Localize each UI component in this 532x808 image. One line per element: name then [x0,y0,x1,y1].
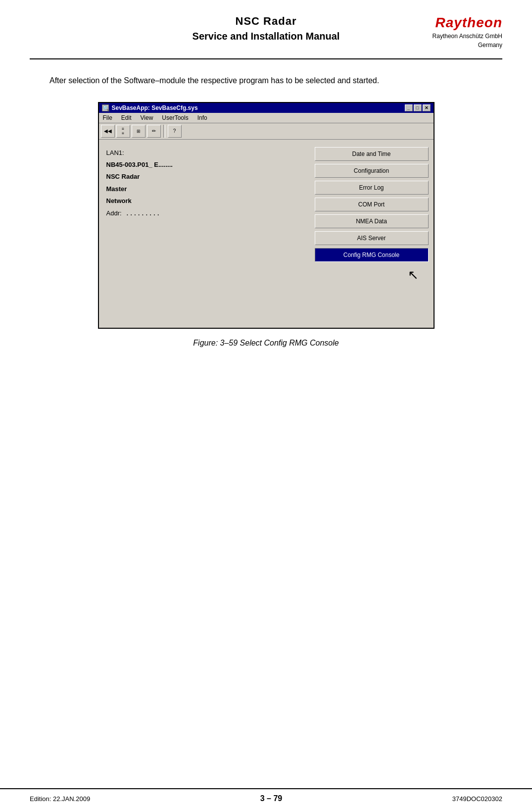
addr-line: Addr: ......... [106,207,307,219]
window-title: SevBaseApp: SevBaseCfg.sys [112,104,198,111]
ais-server-button[interactable]: AIS Server [315,231,429,245]
menu-edit[interactable]: Edit [119,114,134,122]
nsc-line: NSC Radar [106,171,307,183]
country-name: Germany [413,42,502,49]
company-name: Raytheon Anschütz GmbH [413,33,502,40]
toolbar-grid-button[interactable]: ⊞ [132,125,145,138]
master-line: Master [106,183,307,195]
network-line: Network [106,195,307,207]
page-header: NSC Radar Service and Installation Manua… [0,0,532,53]
left-panel: LAN1: NB45-003.P01_ E........ NSC Radar … [104,145,310,323]
toolbar-pencil-button[interactable]: ✏ [147,125,161,138]
nmea-data-button[interactable]: NMEA Data [315,214,429,228]
footer-page: 3 – 79 [260,794,282,803]
sub-title: Service and Installation Manual [119,31,413,42]
menu-bar: File Edit View UserTools Info [99,113,434,123]
toolbar: ◀◀ ≡≡ ⊞ ✏ ? [99,123,434,140]
menu-info[interactable]: Info [195,114,209,122]
title-bar: 🔍 SevBaseApp: SevBaseCfg.sys _ □ ✕ [99,103,434,113]
main-content: After selection of the Software–module t… [0,59,532,382]
toolbar-back-button[interactable]: ◀◀ [101,125,115,138]
right-panel: Date and Time Configuration Error Log CO… [315,145,429,323]
page-footer: Edition: 22.JAN.2009 3 – 79 3749DOC02030… [0,788,532,808]
figure-caption: Figure: 3–59 Select Config RMG Console [49,339,483,348]
error-log-button[interactable]: Error Log [315,181,429,195]
date-time-button[interactable]: Date and Time [315,147,429,161]
nb-line: NB45-003.P01_ E........ [106,159,307,171]
nsc-label: NSC Radar [106,173,140,180]
maximize-button[interactable]: □ [414,104,422,111]
menu-view[interactable]: View [139,114,155,122]
lan-line: LAN1: [106,147,307,159]
lan-label: LAN1: [106,149,124,156]
cursor-icon: ↖ [408,267,419,283]
main-title: NSC Radar [119,15,413,28]
footer-doc-number: 3749DOC020302 [452,795,502,803]
screenshot-container: 🔍 SevBaseApp: SevBaseCfg.sys _ □ ✕ File … [49,102,483,329]
intro-paragraph: After selection of the Software–module t… [49,74,483,87]
menu-usertools[interactable]: UserTools [160,114,190,122]
app-body: LAN1: NB45-003.P01_ E........ NSC Radar … [99,140,434,328]
cursor-area: ↖ [315,265,429,283]
footer-edition: Edition: 22.JAN.2009 [30,795,90,803]
toolbar-separator [163,125,165,138]
toolbar-help-button[interactable]: ? [168,125,182,138]
addr-dots: ......... [125,210,160,217]
app-window: 🔍 SevBaseApp: SevBaseCfg.sys _ □ ✕ File … [98,102,435,329]
raytheon-logo: Raytheon [413,15,502,31]
title-bar-text: 🔍 SevBaseApp: SevBaseCfg.sys [102,104,198,111]
toolbar-settings-button[interactable]: ≡≡ [116,125,130,138]
document-title: NSC Radar Service and Installation Manua… [119,15,413,42]
com-port-button[interactable]: COM Port [315,198,429,211]
menu-file[interactable]: File [101,114,114,122]
minimize-button[interactable]: _ [405,104,413,111]
logo-block: Raytheon Raytheon Anschütz GmbH Germany [413,15,502,49]
master-label: Master [106,185,127,193]
config-rmg-console-button[interactable]: Config RMG Console [315,248,429,262]
title-bar-buttons[interactable]: _ □ ✕ [405,104,431,111]
network-label: Network [106,197,132,204]
addr-label: Addr: [106,209,122,217]
configuration-button[interactable]: Configuration [315,164,429,178]
app-icon: 🔍 [102,104,109,111]
nb-value: NB45-003.P01_ E........ [106,161,173,168]
close-button[interactable]: ✕ [423,104,431,111]
